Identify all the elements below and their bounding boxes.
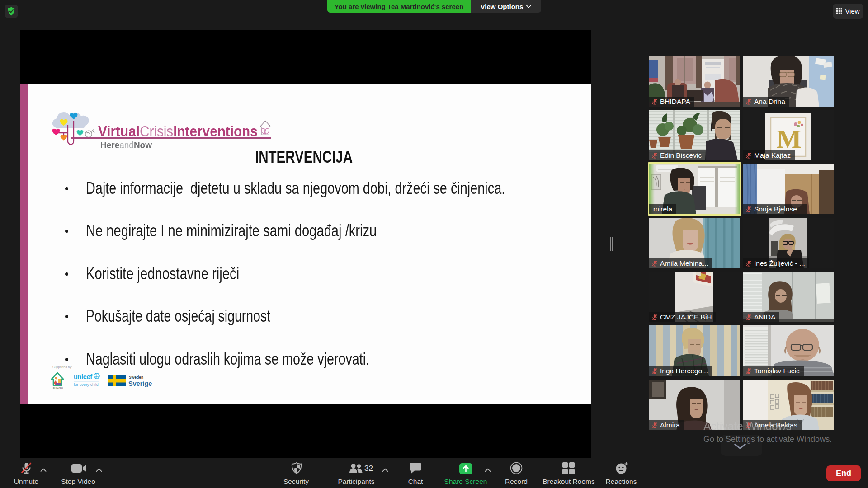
svg-text:BHIDAPA: BHIDAPA [53, 386, 63, 389]
svg-text:Sverige: Sverige [128, 380, 152, 387]
svg-text:Sweden: Sweden [129, 375, 143, 380]
svg-text:unicef: unicef [74, 373, 92, 380]
svg-text:M: M [777, 124, 802, 154]
svg-text:for every child: for every child [74, 382, 99, 387]
